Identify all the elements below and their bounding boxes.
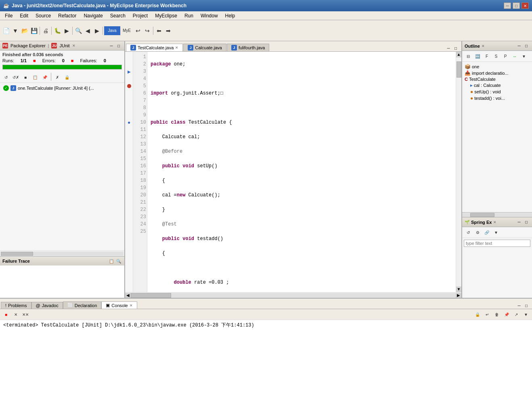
editor-tab-calcuate[interactable]: J Calcuate.java	[183, 44, 226, 51]
spring-close-icon[interactable]: ✕	[493, 220, 496, 224]
outline-collapse-btn[interactable]: ⊟	[464, 52, 473, 61]
new-button[interactable]: 📄	[2, 26, 10, 35]
redo-button[interactable]: ↪	[143, 26, 152, 35]
outline-hide-fields-btn[interactable]: F	[482, 52, 491, 61]
outline-item-class[interactable]: C TestCalculate	[464, 76, 530, 82]
outline-item-import[interactable]: 📥 import declaratio...	[464, 70, 530, 76]
menu-myeclipse[interactable]: MyEclipse	[152, 12, 180, 19]
perspective-java[interactable]: Java	[104, 26, 120, 35]
console-close-icon[interactable]: ✕	[130, 303, 133, 308]
editor-vscrollbar[interactable]: ▲ ▼	[456, 52, 461, 292]
scroll-up-btn[interactable]: ▲	[456, 52, 461, 57]
stop-button[interactable]: ■	[21, 73, 30, 82]
outline-scrollbar[interactable]	[462, 212, 532, 217]
spring-more-btn[interactable]: ▼	[492, 228, 501, 237]
outline-item-field[interactable]: ▸ cal : Calcuate	[464, 82, 530, 88]
scroll-right-btn[interactable]: ▶	[456, 293, 461, 298]
open-button[interactable]: 📂	[20, 26, 29, 35]
menu-project[interactable]: Project	[130, 12, 151, 19]
outline-more-btn[interactable]: ▼	[519, 52, 528, 61]
package-explorer-tab[interactable]: Package Explorer	[10, 43, 46, 48]
scroll-left-btn[interactable]: ◀	[125, 293, 131, 298]
search-button[interactable]: 🔍	[74, 26, 83, 35]
console-pin-btn[interactable]: 📌	[502, 310, 511, 319]
minimize-button[interactable]: ─	[504, 2, 511, 9]
rerun-button[interactable]: ↺	[2, 73, 10, 82]
editor-tab-fulifourth[interactable]: J fulifourth.java	[227, 44, 269, 51]
spring-config-btn[interactable]: ⚙	[473, 228, 482, 237]
debug-button[interactable]: 🐛	[53, 26, 62, 35]
bottom-maximize-btn[interactable]: □	[523, 302, 530, 309]
failure-trace-copy-btn[interactable]: 📋	[108, 258, 115, 264]
editor-maximize-btn[interactable]: □	[452, 45, 459, 51]
menu-navigate[interactable]: Navigate	[80, 12, 106, 19]
outline-hide-static-btn[interactable]: S	[492, 52, 501, 61]
bottom-tab-problems[interactable]: ! Problems	[1, 302, 31, 309]
spring-refresh-btn[interactable]: ↺	[464, 228, 473, 237]
left-scrollbar-h[interactable]	[0, 251, 124, 256]
console-open-btn[interactable]: ↗	[512, 310, 521, 319]
menu-refactor[interactable]: Refactor	[55, 12, 80, 19]
run-button[interactable]: ▶	[62, 26, 71, 35]
editor-hscrollbar[interactable]: ◀ ▶	[125, 292, 461, 298]
navigate-back[interactable]: ⬅	[155, 26, 163, 35]
outline-item-testadd[interactable]: ● testadd() : voi...	[464, 95, 530, 101]
scroll-down-btn[interactable]: ▼	[456, 287, 461, 292]
code-area[interactable]: package one; import org.junit.Assert;□ p…	[147, 52, 456, 292]
scrollbar-thumb-left[interactable]	[1, 252, 33, 256]
bottom-tab-declaration[interactable]: ⬜ Declaration	[63, 301, 102, 309]
menu-search[interactable]: Search	[107, 12, 129, 19]
outline-scrollbar-thumb[interactable]	[470, 213, 494, 217]
perspective-myeclipse[interactable]: MyE	[121, 26, 133, 35]
console-scroll-lock-btn[interactable]: 🔒	[473, 310, 482, 319]
outline-sync-btn[interactable]: ↔	[510, 52, 519, 61]
navigate-fwd[interactable]: ➡	[164, 26, 173, 35]
show-failures-button[interactable]: ✗	[53, 73, 62, 82]
junit-close-icon[interactable]: ✕	[72, 44, 75, 48]
outline-maximize-btn[interactable]: □	[523, 43, 530, 49]
close-button[interactable]: ✕	[522, 2, 529, 9]
maximize-panel-btn[interactable]: □	[115, 42, 122, 49]
new-dropdown[interactable]: ▼	[11, 26, 20, 35]
bottom-tab-javadoc[interactable]: @ Javadoc	[31, 302, 63, 309]
undo-button[interactable]: ↩	[134, 26, 142, 35]
minimize-panel-btn[interactable]: ─	[108, 42, 115, 49]
forward-button[interactable]: ▶	[92, 26, 101, 35]
console-clear-btn[interactable]: 🗑	[492, 310, 501, 319]
history-button[interactable]: 📋	[31, 73, 40, 82]
outline-hide-nonpublic-btn[interactable]: P	[501, 52, 510, 61]
save-button[interactable]: 💾	[29, 26, 38, 35]
test-tree-item[interactable]: ✓ J one.TestCalculate [Runner: JUnit 4] …	[2, 84, 123, 92]
spring-minimize-btn[interactable]: ─	[516, 219, 522, 225]
bottom-minimize-btn[interactable]: ─	[516, 302, 522, 309]
bottom-tab-console[interactable]: ▣ Console ✕	[101, 301, 137, 309]
outline-minimize-btn[interactable]: ─	[516, 43, 522, 49]
spring-filter-input[interactable]	[464, 240, 530, 247]
menu-source[interactable]: Source	[32, 12, 54, 19]
outline-item-package[interactable]: 📦 one	[464, 63, 530, 70]
menu-help[interactable]: Help	[222, 12, 239, 19]
junit-tab[interactable]: JUnit	[59, 43, 69, 48]
console-terminate-btn[interactable]: ■	[2, 310, 10, 319]
maximize-button[interactable]: □	[513, 2, 520, 9]
menu-edit[interactable]: Edit	[17, 12, 31, 19]
console-remove-btn[interactable]: ✕	[11, 310, 20, 319]
menu-run[interactable]: Run	[181, 12, 197, 19]
console-more-btn[interactable]: ▼	[522, 310, 530, 319]
menu-window[interactable]: Window	[197, 12, 221, 19]
menu-file[interactable]: File	[2, 12, 16, 19]
editor-tab-testcalculate[interactable]: J TestCalculate.java ✕	[126, 44, 183, 51]
scroll-lock-button[interactable]: 🔒	[63, 73, 71, 82]
spring-link-btn[interactable]: 🔗	[482, 228, 491, 237]
rerun-failed-button[interactable]: ↺✗	[11, 73, 20, 82]
tab-close-1[interactable]: ✕	[175, 46, 178, 50]
hscroll-thumb[interactable]	[131, 293, 171, 298]
back-button[interactable]: ◀	[83, 26, 92, 35]
vscroll-thumb[interactable]	[457, 61, 461, 78]
outline-sort-btn[interactable]: 🔤	[473, 52, 482, 61]
editor-minimize-btn[interactable]: ─	[445, 45, 452, 51]
failure-trace-filter-btn[interactable]: 🔍	[115, 258, 122, 264]
console-remove-all-btn[interactable]: ✕✕	[21, 310, 30, 319]
outline-close-icon[interactable]: ✕	[482, 44, 485, 48]
title-bar-controls[interactable]: ─ □ ✕	[504, 2, 529, 9]
